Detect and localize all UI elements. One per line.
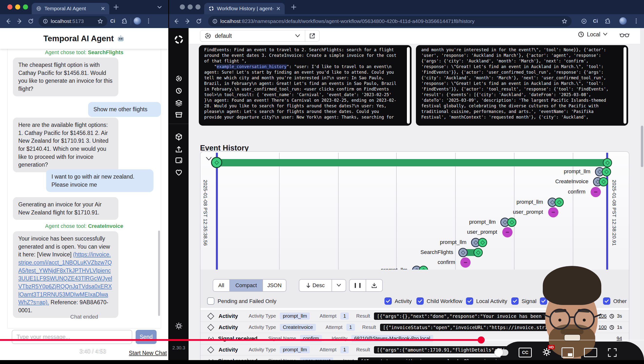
new-tab-button[interactable]	[291, 4, 296, 10]
tab-workflow-history[interactable]: Workflow History | agent-wor	[204, 3, 285, 14]
settings-button[interactable]: HD	[542, 348, 551, 358]
signal-marker[interactable]	[548, 207, 558, 218]
new-tab-button[interactable]	[114, 4, 119, 10]
back-button[interactable]	[173, 18, 180, 25]
forward-button[interactable]	[184, 18, 191, 25]
archive-icon[interactable]	[175, 112, 183, 118]
address-bar[interactable]: localhost:8233/namespaces/default/workfl…	[208, 16, 572, 26]
workflow-execution-bar[interactable]	[217, 159, 608, 166]
labs-glasses-icon[interactable]	[620, 32, 629, 39]
extensions-puzzle-icon[interactable]	[605, 18, 611, 24]
signal-marker[interactable]	[590, 187, 601, 197]
sort-menu-chevron[interactable]	[332, 280, 346, 291]
volume-icon[interactable]	[56, 347, 66, 355]
workflow-end-marker[interactable]	[603, 158, 612, 167]
close-window-button[interactable]	[180, 4, 185, 10]
fullscreen-button[interactable]	[608, 348, 617, 358]
video-progress-played[interactable]	[0, 339, 482, 341]
view-compact-button[interactable]: Compact	[230, 280, 263, 291]
event-row-activity[interactable]: Activity Activity Type CreateInvoice Att…	[200, 322, 629, 333]
activity-marker[interactable]	[554, 198, 564, 207]
back-button[interactable]	[5, 18, 12, 25]
chat-scroll-area[interactable]: Agent chose tool: SearchFlights The chea…	[7, 49, 161, 328]
pending-failed-checkbox[interactable]	[207, 298, 214, 305]
collapse-chevron-icon[interactable]	[204, 155, 213, 162]
bookmark-star-icon[interactable]	[562, 18, 567, 24]
stack-layers-icon[interactable]	[175, 99, 183, 106]
close-tab-icon[interactable]	[276, 6, 280, 10]
event-row-activity[interactable]: Activity Activity Type prompt_llm Attemp…	[200, 310, 629, 322]
extensions-puzzle-icon[interactable]	[122, 18, 128, 24]
close-window-button[interactable]	[7, 4, 12, 10]
activity-marker[interactable]	[458, 248, 468, 257]
site-info-icon[interactable]	[43, 19, 48, 24]
code-scrollbar[interactable]	[624, 47, 626, 124]
signal-marker[interactable]	[460, 258, 470, 268]
filter-child-workflow-checkbox[interactable]	[416, 298, 424, 305]
tab-temporal-ai-agent[interactable]: Temporal AI Agent	[32, 3, 109, 14]
download-history-button[interactable]	[366, 280, 382, 291]
event-id-link[interactable]: 106	[599, 313, 607, 319]
view-json-button[interactable]: JSON	[263, 280, 286, 291]
pause-updates-button[interactable]	[350, 280, 366, 291]
event-id-link[interactable]: 99	[590, 324, 596, 330]
minimize-window-button[interactable]	[188, 4, 193, 10]
temporal-logo-icon[interactable]	[174, 34, 184, 45]
timeline-plot[interactable]: 2025-01-08 PST 12:35:38.56 2025-01-08 PS…	[200, 152, 629, 270]
theme-sun-icon[interactable]	[175, 322, 183, 330]
activity-marker[interactable]	[474, 248, 483, 257]
play-button[interactable]	[11, 346, 20, 356]
event-id-link[interactable]: 105	[588, 313, 596, 319]
nexus-cube-icon[interactable]	[175, 133, 182, 141]
extension-ci-icon[interactable]: Ci	[593, 18, 598, 24]
filter-activity-checkbox[interactable]	[384, 298, 392, 305]
start-new-chat-link[interactable]: Start New Chat	[129, 350, 167, 356]
tab-search-chevron-icon[interactable]	[156, 4, 162, 10]
filter-other-checkbox[interactable]	[603, 298, 610, 305]
message-input[interactable]	[12, 330, 132, 344]
page-scrollbar[interactable]	[640, 28, 644, 360]
forward-button[interactable]	[16, 18, 23, 25]
activity-marker[interactable]	[507, 218, 516, 227]
timezone-select[interactable]: Local	[578, 31, 608, 38]
extension-shield-icon[interactable]	[581, 18, 587, 24]
scrollbar-thumb[interactable]	[641, 126, 643, 167]
view-all-button[interactable]: All	[213, 280, 230, 291]
profile-avatar[interactable]	[619, 17, 627, 25]
theater-mode-button[interactable]	[584, 348, 597, 357]
video-progress-buffered[interactable]	[482, 340, 546, 340]
reload-button[interactable]	[27, 18, 34, 25]
profile-avatar[interactable]	[134, 17, 141, 25]
zoom-window-button[interactable]	[23, 4, 28, 10]
address-bar[interactable]: localhost:5173	[38, 16, 107, 26]
video-progress-track[interactable]	[546, 340, 644, 340]
open-external-icon[interactable]	[309, 33, 316, 39]
input-payload-panel[interactable]: FindEvents: Find an event to travel to 2…	[199, 45, 412, 126]
import-export-icon[interactable]	[175, 146, 182, 153]
minimize-window-button[interactable]	[15, 4, 20, 10]
namespace-select[interactable]: default	[200, 30, 320, 42]
filter-signal-checkbox[interactable]	[511, 298, 518, 305]
video-playhead[interactable]	[478, 336, 485, 344]
result-payload-panel[interactable]: and month you're interested in for the e…	[416, 45, 628, 126]
heart-icon[interactable]	[175, 169, 182, 176]
site-info-icon[interactable]	[212, 19, 217, 24]
chat-scrollbar[interactable]	[158, 230, 160, 316]
schedules-icon[interactable]	[175, 87, 182, 94]
workflows-icon[interactable]	[175, 75, 182, 82]
code-scrollbar[interactable]	[407, 47, 410, 124]
next-button[interactable]	[33, 347, 42, 356]
menu-kebab-icon[interactable]	[633, 18, 639, 24]
captions-button[interactable]: CC	[518, 348, 532, 358]
miniplayer-button[interactable]	[562, 348, 574, 358]
filter-timer-checkbox[interactable]	[540, 298, 547, 305]
event-id-link[interactable]: 100	[599, 324, 607, 330]
extension-ci-icon[interactable]: Ci	[110, 18, 115, 24]
zoom-window-button[interactable]	[196, 4, 200, 10]
reload-button[interactable]	[196, 18, 202, 25]
event-row-signal[interactable]: Signal received Signal Name confirm Iden…	[200, 333, 629, 344]
menu-kebab-icon[interactable]	[146, 18, 152, 24]
invoice-link[interactable]: (https://invoice.stripe.com/i/acct_1NBOL…	[18, 251, 112, 306]
filter-local-activity-checkbox[interactable]	[466, 298, 473, 305]
feedback-screen-icon[interactable]	[175, 157, 183, 164]
